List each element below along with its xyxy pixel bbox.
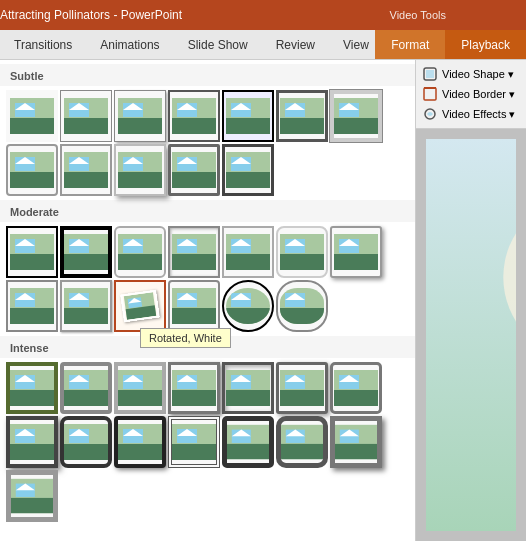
style-item[interactable] <box>6 144 58 196</box>
style-item[interactable] <box>60 90 112 142</box>
svg-rect-118 <box>11 498 53 513</box>
contextual-tabs: Format Playback <box>375 30 526 59</box>
style-item[interactable] <box>6 90 58 142</box>
style-item[interactable] <box>60 280 112 332</box>
style-item[interactable] <box>330 416 382 468</box>
svg-rect-122 <box>424 88 436 100</box>
style-item[interactable] <box>168 90 220 142</box>
style-item[interactable] <box>114 416 166 468</box>
moderate-grid <box>0 222 415 336</box>
svg-rect-37 <box>10 254 54 270</box>
svg-rect-88 <box>226 390 270 406</box>
style-item[interactable] <box>276 362 328 414</box>
style-item[interactable] <box>168 416 220 468</box>
style-item[interactable] <box>60 144 112 196</box>
style-item[interactable] <box>114 90 166 142</box>
style-item[interactable] <box>222 144 274 196</box>
video-shape-label: Video Shape ▾ <box>442 68 514 81</box>
title-bar: Attracting Pollinators - PowerPoint Vide… <box>0 0 526 30</box>
style-item[interactable] <box>60 362 112 414</box>
video-effects-tool[interactable]: Video Effects ▾ <box>422 104 520 124</box>
svg-rect-40 <box>64 254 108 270</box>
svg-rect-19 <box>334 118 378 134</box>
svg-rect-67 <box>172 308 216 324</box>
svg-rect-79 <box>64 390 108 406</box>
picture-styles-panel: Subtle <box>0 60 416 541</box>
style-item[interactable] <box>6 470 58 522</box>
video-shape-tool[interactable]: Video Shape ▾ <box>422 64 520 84</box>
video-border-label: Video Border ▾ <box>442 88 515 101</box>
style-item[interactable] <box>6 362 58 414</box>
style-item[interactable] <box>168 226 220 278</box>
svg-rect-91 <box>280 390 324 406</box>
section-subtle: Subtle <box>0 64 415 86</box>
svg-rect-31 <box>172 172 216 188</box>
svg-rect-115 <box>335 444 377 459</box>
style-item-soft-oval[interactable] <box>276 280 328 332</box>
svg-rect-49 <box>226 254 270 270</box>
style-item[interactable] <box>276 416 328 468</box>
style-item[interactable] <box>114 226 166 278</box>
style-item-oval[interactable] <box>222 280 274 332</box>
style-item[interactable] <box>6 226 58 278</box>
svg-rect-25 <box>64 172 108 188</box>
app-title: Attracting Pollinators - PowerPoint <box>0 8 182 22</box>
video-tools: Video Shape ▾ Video Border ▾ Video Effec… <box>416 60 526 129</box>
style-item[interactable] <box>222 226 274 278</box>
style-item[interactable] <box>168 362 220 414</box>
svg-rect-4 <box>64 118 108 134</box>
svg-rect-22 <box>10 172 54 188</box>
svg-rect-34 <box>226 172 270 188</box>
style-item[interactable] <box>276 90 328 142</box>
svg-rect-58 <box>10 308 54 324</box>
svg-rect-16 <box>280 118 324 134</box>
style-item[interactable] <box>168 144 220 196</box>
style-item[interactable] <box>114 144 166 196</box>
tab-playback[interactable]: Playback <box>445 30 526 59</box>
tab-transitions[interactable]: Transitions <box>0 30 86 59</box>
svg-rect-52 <box>280 254 324 270</box>
style-item[interactable] <box>168 280 220 332</box>
svg-rect-106 <box>172 444 216 460</box>
intense-grid <box>0 358 415 526</box>
svg-rect-112 <box>281 444 323 459</box>
svg-rect-70 <box>226 308 270 324</box>
svg-rect-85 <box>172 390 216 406</box>
right-panel: Video Shape ▾ Video Border ▾ Video Effec… <box>416 60 526 541</box>
video-tools-label: Video Tools <box>390 9 446 21</box>
tab-slideshow[interactable]: Slide Show <box>174 30 262 59</box>
svg-rect-109 <box>227 444 269 459</box>
style-item[interactable] <box>60 226 112 278</box>
style-item[interactable] <box>60 416 112 468</box>
tab-format[interactable]: Format <box>375 30 445 59</box>
style-item[interactable] <box>276 226 328 278</box>
style-item[interactable] <box>222 416 274 468</box>
main-layout: Subtle <box>0 60 526 541</box>
svg-rect-100 <box>64 444 108 460</box>
style-item[interactable] <box>6 280 58 332</box>
style-item[interactable] <box>330 90 382 142</box>
ribbon-tabs: Transitions Animations Slide Show Review… <box>0 30 526 60</box>
svg-rect-97 <box>10 444 54 460</box>
section-intense: Intense <box>0 336 415 358</box>
svg-rect-1 <box>10 118 54 134</box>
svg-rect-28 <box>118 172 162 188</box>
slide-preview-inner <box>426 139 516 531</box>
style-item[interactable] <box>222 362 274 414</box>
video-border-tool[interactable]: Video Border ▾ <box>422 84 520 104</box>
style-item[interactable] <box>330 226 382 278</box>
tab-review[interactable]: Review <box>262 30 329 59</box>
svg-rect-13 <box>226 118 270 134</box>
tab-animations[interactable]: Animations <box>86 30 173 59</box>
style-item[interactable] <box>330 362 382 414</box>
style-item[interactable] <box>114 362 166 414</box>
section-moderate: Moderate <box>0 200 415 222</box>
style-item[interactable] <box>222 90 274 142</box>
style-item-rotated-white[interactable] <box>114 280 166 332</box>
svg-rect-7 <box>118 118 162 134</box>
svg-rect-73 <box>280 308 324 324</box>
style-item[interactable] <box>6 416 58 468</box>
slide-preview <box>416 129 526 541</box>
svg-rect-121 <box>426 70 434 78</box>
svg-rect-10 <box>172 118 216 134</box>
